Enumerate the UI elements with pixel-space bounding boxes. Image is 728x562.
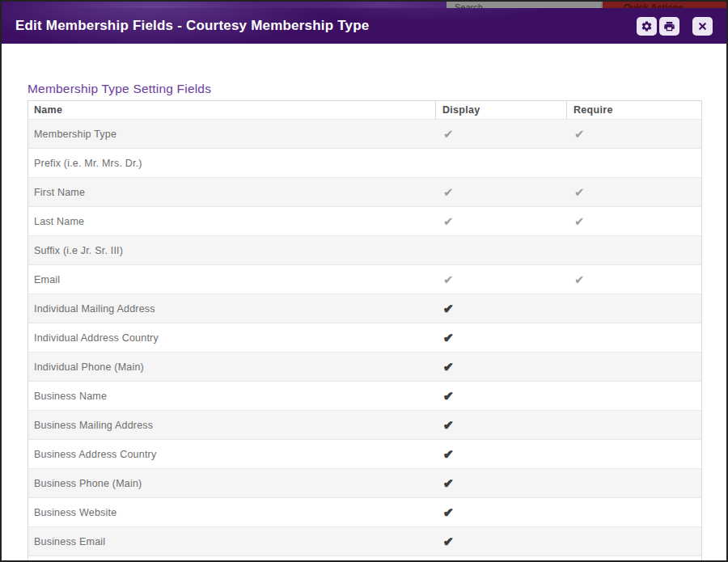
print-button[interactable] — [659, 17, 679, 36]
table-header-row: Name Display Require — [28, 101, 701, 119]
field-name-label: Business Address Country — [28, 440, 435, 468]
check-icon: ✔ — [443, 506, 454, 518]
table-row: Business Mailing Address✔ — [28, 410, 701, 439]
background-page-strip: Search... Quick Actions — [2, 2, 726, 8]
screenshot-frame: Search... Quick Actions Edit Membership … — [0, 0, 728, 562]
display-check-cell[interactable]: ✔ — [435, 382, 566, 410]
table-row: Business Address Country✔ — [28, 439, 701, 468]
display-check-cell[interactable] — [435, 556, 566, 560]
display-check-cell[interactable]: ✔ — [435, 323, 566, 352]
require-check-cell[interactable]: ✔ — [566, 178, 701, 206]
check-icon: ✔ — [574, 186, 585, 198]
require-check-cell[interactable]: ✔ — [566, 120, 701, 148]
check-icon: ✔ — [574, 128, 585, 140]
background-quick-actions-button: Quick Actions — [603, 2, 726, 8]
display-check-cell[interactable] — [435, 236, 566, 264]
require-check-cell[interactable] — [566, 294, 701, 323]
display-check-cell[interactable]: ✔ — [435, 178, 566, 206]
field-name-label: Business Mailing Address — [28, 411, 435, 439]
require-check-cell[interactable] — [566, 353, 701, 381]
field-name-label: Individual Phone (Main) — [28, 353, 435, 381]
membership-fields-table: Name Display Require Membership Type✔✔Pr… — [28, 100, 702, 560]
check-icon: ✔ — [443, 361, 454, 373]
require-check-cell[interactable] — [566, 236, 701, 264]
field-name-label: Membership Type — [28, 120, 435, 148]
modal-body: Membership Type Setting Fields Name Disp… — [2, 44, 726, 560]
display-check-cell[interactable]: ✔ — [435, 469, 566, 497]
check-icon: ✔ — [443, 302, 454, 315]
field-name-label: Business Website — [28, 498, 435, 526]
require-check-cell[interactable] — [566, 323, 701, 352]
printer-icon — [663, 20, 675, 32]
table-row: First Name✔✔ — [28, 177, 701, 206]
display-check-cell[interactable]: ✔ — [435, 411, 566, 439]
check-icon: ✔ — [443, 332, 454, 344]
check-icon: ✔ — [443, 273, 454, 285]
column-header-name: Name — [28, 101, 435, 119]
table-body: Membership Type✔✔Prefix (i.e. Mr. Mrs. D… — [28, 119, 701, 560]
check-icon: ✔ — [443, 186, 454, 198]
require-check-cell[interactable]: ✔ — [566, 207, 701, 235]
modal-header: Edit Membership Fields - Courtesy Member… — [2, 8, 726, 44]
table-row: Business Website✔ — [28, 497, 701, 526]
table-row: Membership Type✔✔ — [28, 119, 701, 148]
display-check-cell[interactable]: ✔ — [435, 265, 566, 294]
table-row: Prefix (i.e. Mr. Mrs. Dr.) — [28, 148, 701, 177]
modal-title: Edit Membership Fields - Courtesy Member… — [15, 18, 637, 34]
check-icon: ✔ — [574, 215, 585, 227]
header-actions — [637, 17, 713, 36]
table-row: Business Name✔ — [28, 381, 701, 410]
table-row: Individual Phone (Main)✔ — [28, 352, 701, 381]
field-name-label — [28, 556, 435, 560]
column-header-display: Display — [435, 101, 566, 119]
require-check-cell[interactable] — [566, 469, 701, 497]
field-name-label: Business Name — [28, 382, 435, 410]
field-name-label: Email — [28, 265, 435, 294]
check-icon: ✔ — [443, 215, 454, 227]
field-name-label: Last Name — [28, 207, 435, 235]
background-header-texture — [2, 2, 447, 8]
gear-icon — [641, 20, 653, 32]
display-check-cell[interactable]: ✔ — [435, 294, 566, 323]
display-check-cell[interactable]: ✔ — [435, 207, 566, 235]
display-check-cell[interactable]: ✔ — [435, 498, 566, 526]
close-icon — [697, 21, 708, 32]
close-button[interactable] — [692, 17, 713, 36]
table-row: Suffix (i.e Jr. Sr. III) — [28, 235, 701, 264]
require-check-cell[interactable] — [566, 149, 701, 177]
section-title: Membership Type Setting Fields — [28, 82, 702, 96]
require-check-cell[interactable] — [566, 498, 701, 526]
require-check-cell[interactable] — [566, 382, 701, 410]
table-row — [28, 556, 701, 560]
settings-button[interactable] — [637, 17, 657, 36]
require-check-cell[interactable] — [566, 556, 701, 560]
table-row: Individual Address Country✔ — [28, 323, 701, 352]
table-row: Individual Mailing Address✔ — [28, 294, 701, 323]
require-check-cell[interactable] — [566, 527, 701, 556]
display-check-cell[interactable]: ✔ — [435, 120, 566, 148]
require-check-cell[interactable] — [566, 440, 701, 468]
table-row: Business Phone (Main)✔ — [28, 468, 701, 497]
display-check-cell[interactable]: ✔ — [435, 440, 566, 468]
field-name-label: Business Phone (Main) — [28, 469, 435, 497]
check-icon: ✔ — [443, 419, 454, 431]
check-icon: ✔ — [443, 535, 454, 547]
table-row: Email✔✔ — [28, 264, 701, 294]
check-icon: ✔ — [574, 273, 585, 285]
display-check-cell[interactable] — [435, 149, 566, 177]
field-name-label: Individual Mailing Address — [28, 294, 435, 323]
require-check-cell[interactable]: ✔ — [566, 265, 701, 294]
check-icon: ✔ — [443, 448, 454, 460]
field-name-label: Suffix (i.e Jr. Sr. III) — [28, 236, 435, 264]
require-check-cell[interactable] — [566, 411, 701, 439]
field-name-label: Prefix (i.e. Mr. Mrs. Dr.) — [28, 149, 435, 177]
background-search-label: Search... — [455, 2, 490, 8]
background-quick-actions-label: Quick Actions — [624, 2, 684, 8]
check-icon: ✔ — [443, 128, 454, 140]
check-icon: ✔ — [443, 477, 454, 489]
display-check-cell[interactable]: ✔ — [435, 527, 566, 556]
table-row: Business Email✔ — [28, 526, 701, 556]
background-search-bar: Search... — [447, 2, 603, 8]
field-name-label: Individual Address Country — [28, 323, 435, 352]
display-check-cell[interactable]: ✔ — [435, 353, 566, 381]
